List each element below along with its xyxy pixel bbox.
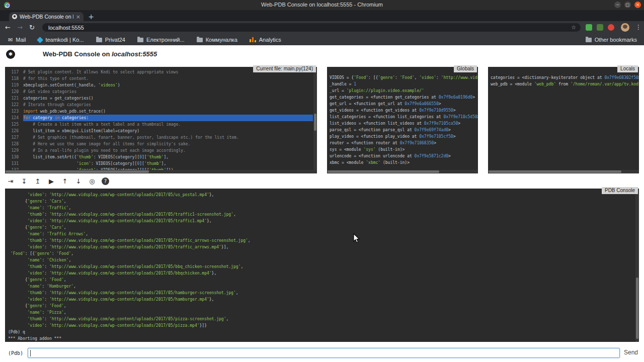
other-bookmarks-label: Other bookmarks [595, 37, 637, 43]
pdb-prompt-label: (Pdb) [8, 350, 23, 356]
code-line: 127 # Set graphics (thumbnail, fanart, b… [5, 134, 313, 141]
output-line: (Pdb) q [8, 329, 638, 335]
console-panel: PDB Console 'video': 'http://www.vidspla… [5, 189, 639, 342]
step-button[interactable]: ↧ [20, 177, 28, 186]
bookmark-label: Privat24 [105, 37, 125, 43]
new-tab-button[interactable]: + [87, 12, 96, 21]
bookmark-label: teamkodi | Ko... [45, 37, 84, 43]
code-viewer[interactable]: 117# Set plugin content. It allows Kodi … [5, 67, 317, 173]
window-controls: − □ × [614, 2, 641, 8]
page-title-host: localhost:5555 [112, 50, 157, 58]
output-line: xbmc = <module 'xbmc' (built-in)> [330, 159, 477, 166]
mouse-cursor [353, 233, 360, 243]
code-vertical-scrollbar[interactable] [313, 67, 317, 173]
forward-icon[interactable]: → [17, 24, 23, 31]
output-line: 'thumb': 'http://www.vidsplay.com/wp-con… [8, 290, 638, 296]
bookmark-folder-electronic[interactable]: Електронний... [137, 37, 185, 43]
browser-tab[interactable]: ✱ Web-PDB Console on loca × [9, 12, 84, 21]
output-line: _url = 'plugin://plugin.video.example/' [330, 87, 477, 94]
bookmark-folder-kommunalka[interactable]: Коммуналка [197, 37, 237, 43]
tab-favicon-icon: ✱ [12, 14, 17, 19]
output-line: list_categories = <function list_categor… [330, 114, 477, 120]
reload-icon[interactable]: ↻ [29, 24, 35, 31]
scrollbar-thumb[interactable] [314, 114, 316, 131]
output-line: {'genre': 'Food', [8, 303, 638, 309]
send-button[interactable]: Send [624, 349, 638, 356]
locals-horizontal-scrollbar[interactable] [488, 170, 639, 173]
output-line: 'Food': [{'genre': 'Food', [8, 250, 638, 257]
code-lines: 117# Set plugin content. It allows Kodi … [5, 69, 313, 173]
profile-avatar[interactable] [621, 23, 629, 32]
output-line: get_url = <function get_url at 0x7f9e6a0… [330, 101, 477, 107]
locals-output: categories = <dictionary-keyiterator obj… [488, 67, 639, 173]
pdb-command-input[interactable] [28, 348, 620, 358]
analytics-icon [250, 37, 256, 42]
where-button[interactable]: ◎ [88, 177, 96, 186]
kodi-icon [37, 37, 44, 43]
output-line: parse_qsl = <function parse_qsl at 0x7f9… [330, 127, 477, 133]
other-bookmarks-button[interactable]: Other bookmarks [586, 34, 637, 45]
folder-icon [586, 38, 592, 42]
globals-horizontal-scrollbar[interactable] [327, 170, 478, 173]
bookmark-folder-privat24[interactable]: Privat24 [96, 37, 125, 43]
output-line: categories = <dictionary-keyiterator obj… [491, 74, 638, 81]
output-line: 'name': 'Traffic', [8, 205, 638, 211]
address-bar[interactable]: localhost:5555 ☆ [42, 23, 581, 32]
output-line: sys = <module 'sys' (built-in)> [330, 146, 477, 153]
url-text: localhost:5555 [48, 25, 84, 31]
folder-icon [96, 38, 102, 42]
down-button[interactable]: ↓ [74, 177, 83, 186]
bookmark-teamkodi[interactable]: teamkodi | Ko... [38, 37, 84, 43]
console-chip: PDB Console [602, 187, 638, 194]
output-line: urlencode = <function urlencode at 0x7f9… [330, 153, 477, 159]
scrollbar-thumb[interactable] [636, 278, 638, 339]
code-line: 130 list_item.setArt({'thumb': VIDEOS[ca… [5, 154, 313, 160]
code-line: 123import web_pdb;web_pdb.set_trace() [5, 108, 313, 115]
code-line: 126 list_item = xbmcgui.ListItem(label=c… [5, 128, 313, 134]
current-file-chip: Current file: main.py(124) [253, 65, 316, 72]
code-line: 125 # Create a list item with a text lab… [5, 121, 313, 128]
code-line: 118# for this type of content. [5, 75, 313, 82]
output-line: 'name': 'Pizza', [8, 309, 638, 316]
window-titlebar[interactable]: Web-PDB Console on localhost:5555 - Chro… [0, 0, 644, 10]
extension-3-icon[interactable] [608, 24, 614, 31]
back-icon[interactable]: ← [5, 24, 11, 31]
code-line: 128 # Here we use the same image for all… [5, 141, 313, 147]
code-line: 124for category in categories: [5, 115, 313, 121]
console-vertical-scrollbar[interactable] [635, 189, 639, 342]
extension-2-icon[interactable] [597, 24, 603, 31]
bookmark-label: Analytics [259, 37, 281, 43]
extension-1-icon[interactable] [586, 24, 592, 31]
return-button[interactable]: ↥ [34, 177, 42, 186]
up-button[interactable]: ↑ [61, 177, 69, 186]
close-button[interactable]: × [634, 2, 641, 8]
scrollbar-thumb[interactable] [6, 170, 149, 173]
help-button[interactable]: ? [102, 177, 109, 185]
scrollbar-thumb[interactable] [328, 170, 439, 173]
output-line: 'name': 'Chicken', [8, 257, 638, 263]
bookmark-mail[interactable]: ✉ Mail [8, 37, 26, 43]
globals-output: VIDEOS = {'Food': [{'genre': 'Food', 'vi… [327, 67, 478, 173]
output-line: play_video = <function play_video at 0x7… [330, 133, 477, 140]
tab-close-icon[interactable]: × [76, 14, 80, 20]
console-output: 'video': 'http://www.vidsplay.com/wp-con… [5, 189, 639, 342]
output-line: *** Aborting addon *** [8, 335, 638, 342]
output-line: _handle = 1 [330, 81, 477, 87]
browser-menu-icon[interactable]: ⋮ [635, 24, 641, 31]
bookmark-label: Mail [16, 37, 26, 43]
bookmark-star-icon[interactable]: ☆ [571, 24, 576, 31]
pdb-prompt-bar: (Pdb) Send [0, 342, 644, 362]
tab-strip: ✱ Web-PDB Console on loca × + [0, 10, 644, 21]
scrollbar-thumb[interactable] [489, 170, 621, 173]
code-horizontal-scrollbar[interactable] [5, 170, 317, 173]
next-button[interactable]: ⇥ [7, 177, 15, 186]
maximize-button[interactable]: □ [624, 2, 631, 8]
output-line: router = <function router at 0x7f9e71068… [330, 140, 477, 146]
minimize-button[interactable]: − [614, 2, 621, 8]
output-line: 'video': 'http://www.vidsplay.com/wp-con… [8, 322, 638, 329]
continue-button[interactable]: ▶ [47, 177, 55, 186]
output-line: 'name': 'Hamburger', [8, 283, 638, 290]
output-line: 'thumb': 'http://www.vidsplay.com/wp-con… [8, 211, 638, 218]
folder-icon [197, 38, 203, 42]
bookmark-analytics[interactable]: Analytics [250, 37, 281, 43]
